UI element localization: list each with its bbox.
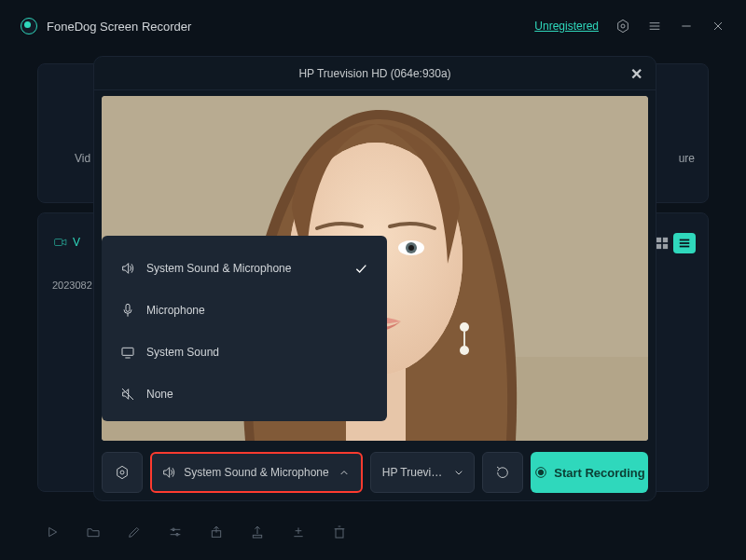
sliders-icon[interactable] bbox=[168, 525, 183, 540]
list-view-icon[interactable] bbox=[673, 233, 696, 253]
audio-option-system-and-mic[interactable]: System Sound & Microphone bbox=[102, 247, 387, 289]
bg-text-left: Vid bbox=[75, 152, 90, 165]
camera-source-label: HP Truevi… bbox=[379, 466, 446, 479]
audio-option-label: System Sound bbox=[146, 346, 219, 359]
svg-rect-33 bbox=[122, 348, 133, 355]
speaker-mute-icon bbox=[120, 387, 135, 402]
svg-rect-10 bbox=[663, 238, 668, 242]
add-icon[interactable] bbox=[291, 525, 306, 540]
folder-icon[interactable] bbox=[86, 525, 101, 540]
start-recording-label: Start Recording bbox=[554, 466, 645, 480]
microphone-icon bbox=[120, 303, 135, 318]
svg-rect-11 bbox=[656, 244, 661, 249]
export-icon[interactable] bbox=[209, 525, 224, 540]
undo-icon bbox=[495, 465, 510, 480]
svg-point-26 bbox=[408, 245, 414, 251]
footer-toolbar bbox=[45, 525, 347, 540]
titlebar-left: FoneDog Screen Recorder bbox=[21, 18, 191, 34]
svg-point-1 bbox=[621, 24, 625, 28]
monitor-icon bbox=[120, 345, 135, 360]
menu-icon[interactable] bbox=[647, 19, 662, 34]
svg-rect-31 bbox=[126, 304, 130, 311]
svg-rect-8 bbox=[55, 239, 62, 246]
svg-point-30 bbox=[460, 346, 469, 355]
audio-option-microphone[interactable]: Microphone bbox=[102, 289, 387, 331]
speaker-icon bbox=[120, 261, 135, 276]
webcam-modal: HP Truevision HD (064e:930a) ✕ bbox=[93, 56, 656, 501]
svg-point-37 bbox=[120, 471, 124, 474]
titlebar: FoneDog Screen Recorder Unregistered bbox=[0, 0, 746, 52]
audio-source-label: System Sound & Microphone bbox=[182, 466, 331, 479]
bg-text-right: ure bbox=[679, 152, 695, 165]
modal-title: HP Truevision HD (064e:930a) bbox=[298, 67, 450, 80]
modal-header: HP Truevision HD (064e:930a) ✕ bbox=[94, 57, 656, 90]
recorder-settings-button[interactable] bbox=[102, 452, 143, 493]
svg-marker-0 bbox=[618, 20, 629, 32]
reset-button[interactable] bbox=[482, 452, 523, 493]
modal-controls: System Sound & Microphone HP Truevi… Sta… bbox=[94, 444, 656, 500]
registration-status[interactable]: Unregistered bbox=[534, 20, 599, 33]
svg-point-39 bbox=[539, 470, 544, 474]
svg-point-28 bbox=[460, 322, 469, 332]
gear-icon bbox=[115, 465, 130, 480]
audio-source-dropdown[interactable]: System Sound & Microphone bbox=[150, 452, 363, 493]
start-recording-button[interactable]: Start Recording bbox=[531, 452, 648, 493]
modal-close-button[interactable]: ✕ bbox=[630, 65, 642, 83]
audio-option-system-sound[interactable]: System Sound bbox=[102, 331, 387, 373]
svg-rect-50 bbox=[336, 529, 343, 538]
record-icon bbox=[533, 465, 548, 480]
svg-rect-9 bbox=[656, 238, 661, 242]
edit-icon[interactable] bbox=[127, 525, 142, 540]
speaker-icon bbox=[161, 465, 176, 480]
close-icon[interactable] bbox=[711, 19, 725, 34]
minimize-icon[interactable] bbox=[679, 19, 694, 34]
play-icon[interactable] bbox=[45, 525, 60, 540]
check-icon bbox=[353, 261, 368, 276]
camera-source-dropdown[interactable]: HP Truevi… bbox=[370, 452, 475, 493]
chevron-up-icon bbox=[337, 465, 352, 480]
app-logo-icon bbox=[21, 18, 37, 34]
bg-tab-video[interactable]: V bbox=[54, 236, 80, 249]
audio-option-label: Microphone bbox=[146, 304, 205, 317]
svg-marker-40 bbox=[49, 527, 57, 536]
bg-list-row[interactable]: 2023082 bbox=[52, 280, 92, 291]
settings-icon[interactable] bbox=[615, 19, 630, 34]
audio-option-none[interactable]: None bbox=[102, 373, 387, 415]
svg-marker-36 bbox=[117, 466, 128, 478]
titlebar-right: Unregistered bbox=[534, 19, 725, 34]
svg-rect-46 bbox=[253, 535, 261, 538]
app-title: FoneDog Screen Recorder bbox=[47, 20, 191, 34]
trash-icon[interactable] bbox=[332, 525, 347, 540]
audio-option-label: System Sound & Microphone bbox=[146, 262, 291, 275]
upload-icon[interactable] bbox=[250, 525, 265, 540]
bg-view-icons bbox=[651, 233, 696, 253]
audio-option-label: None bbox=[146, 388, 173, 401]
audio-source-menu: System Sound & Microphone Microphone Sys… bbox=[102, 236, 387, 421]
svg-rect-12 bbox=[663, 244, 668, 249]
chevron-down-icon bbox=[451, 465, 466, 480]
video-icon bbox=[54, 237, 67, 248]
